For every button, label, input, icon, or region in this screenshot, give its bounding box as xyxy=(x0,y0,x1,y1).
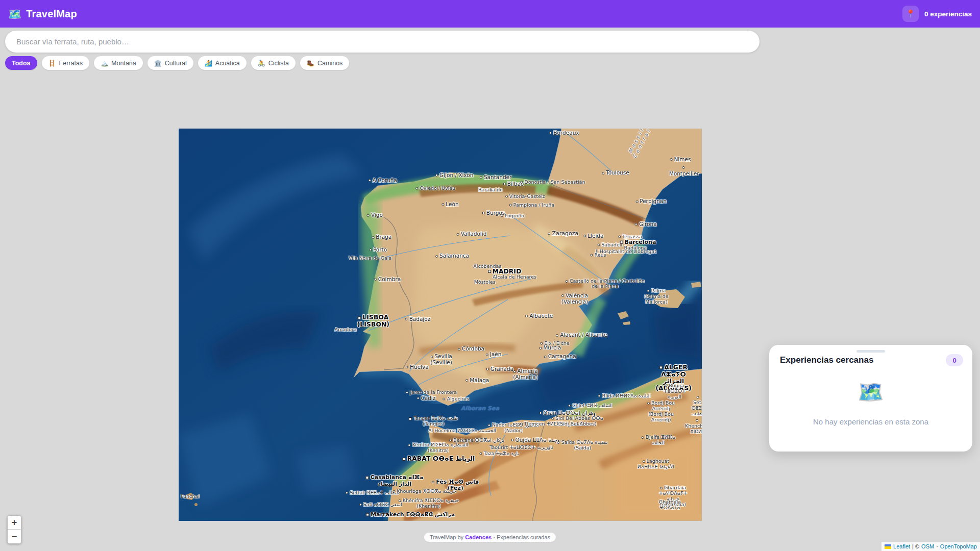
osm-link[interactable]: OSM xyxy=(921,543,934,549)
city-dot-marker xyxy=(549,132,552,134)
map-label-text: Alacant / Alicante xyxy=(560,332,607,338)
filter-chip-cultural[interactable]: 🏛️Cultural xyxy=(148,56,193,70)
panel-drag-handle[interactable] xyxy=(856,350,885,353)
map-label: Santander xyxy=(480,174,511,180)
map-label: Girona xyxy=(635,221,657,227)
map-labels-layer: BordeauxNîmesMontpellierToulouseMassif C… xyxy=(179,129,702,521)
map-container[interactable]: BordeauxNîmesMontpellierToulouseMassif C… xyxy=(0,28,980,551)
map-label-text: Kénitra ⵇⵏⵉⵟⵔⴰ القنيطرة (Kenitra) xyxy=(412,442,469,453)
cadences-link[interactable]: Cadences xyxy=(465,534,492,540)
mountain-icon: 🏔️ xyxy=(101,60,108,66)
leaflet-link[interactable]: Leaflet xyxy=(893,543,910,549)
map-label-text: Al Hoceima ⵍⵃⵙⵉⵎⴰ الحسيمة xyxy=(428,428,496,433)
map-label-text: Granada xyxy=(491,366,513,372)
map-label: Jaén xyxy=(486,351,502,357)
city-dot-marker xyxy=(505,195,508,198)
map-label-text: Valladolid xyxy=(461,231,487,237)
city-dot-marker xyxy=(682,166,684,169)
map-label-text: Almería (Almeria) xyxy=(513,368,538,380)
filter-chip-todos[interactable]: Todos xyxy=(5,56,37,70)
map-label: Montpellier xyxy=(669,164,699,176)
map-label-text: Perpignan xyxy=(640,198,667,204)
map-label: Burgos xyxy=(482,210,505,216)
map-label-text: Blida ⵍⴱⵍⵉⴷⴰ البليدة xyxy=(602,393,651,398)
map-label-text: A Coruña xyxy=(373,177,397,183)
travelmap-logo-icon: 🗺️ xyxy=(8,9,21,19)
map-label: Braga xyxy=(372,234,391,240)
map-label: Oviedo / Uviéu xyxy=(415,185,455,191)
city-dot-marker xyxy=(670,158,673,161)
brand: 🗺️ TravelMap xyxy=(8,8,77,20)
map-label: Porto xyxy=(369,246,387,253)
map-label: Jerez de la Frontera xyxy=(406,389,457,395)
attribution-prefix: TravelMap by xyxy=(430,534,465,540)
map-label-text: Alcalá de Henares xyxy=(493,274,536,280)
filter-chip-label: Todos xyxy=(12,60,31,67)
map-label: Djelfa ⴵⵍⴼⴰ الجلفة xyxy=(636,435,680,446)
map-label: LISBOA (LISBON) xyxy=(357,315,390,329)
map-label: Taza ⵜⴰⵣⴰ تازة xyxy=(480,450,519,456)
map-label: Vigo xyxy=(367,212,383,218)
map-label-text: Sétif ⵙⵟⵉⴼ سطيف xyxy=(692,399,702,416)
map-label: Elx / Elche xyxy=(540,341,569,346)
map-label-text: Barakaldo xyxy=(478,186,503,192)
map-label-text: Oran ⵡⴰⵀⵔⴰⵏ وهران xyxy=(543,410,596,416)
filter-chip-acuática[interactable]: 🏄Acuática xyxy=(198,56,247,70)
filter-chip-montaña[interactable]: 🏔️Montaña xyxy=(94,56,143,70)
city-dot-marker xyxy=(486,368,489,370)
city-dot-marker xyxy=(643,460,645,463)
city-dot-marker xyxy=(598,395,601,397)
panel-title: Experiencias cercanas xyxy=(780,355,873,365)
pin-button[interactable]: 📍 xyxy=(902,6,919,22)
map-label-text: Cartagena xyxy=(548,353,576,359)
city-dot-marker xyxy=(660,487,663,489)
map-label-text: ALGER ⴷⵣⴰⵢⵔ الجزائر (ALGIERS) xyxy=(655,364,691,392)
map-label-text: Gijón / Xixón xyxy=(439,172,473,178)
city-dot-marker xyxy=(635,201,638,203)
city-dot-marker xyxy=(557,441,560,444)
city-dot-marker xyxy=(406,391,408,393)
map-label: Reus xyxy=(591,252,606,258)
filter-chip-label: Cultural xyxy=(165,60,187,67)
map-label: Fès ⴼⴰⵙ فاس (Fez) xyxy=(432,479,479,492)
header-right: 📍 0 experiencias xyxy=(902,6,972,22)
filter-chip-ferratas[interactable]: 🪜Ferratas xyxy=(42,56,90,70)
map-label-text: RABAT ⵔⴱⴰⵟ الرباط xyxy=(407,455,475,462)
map-label: Bouira ⵜⵓⴱⵉⵔⵜ البويرة xyxy=(661,383,688,400)
opentopomap-link[interactable]: OpenTopoMap xyxy=(940,543,977,549)
map-label-text: Coimbra xyxy=(378,276,401,282)
attribution-dot: · xyxy=(936,543,938,549)
map-label-text: Amadora xyxy=(334,326,356,332)
city-dot-marker xyxy=(406,366,408,368)
map-label: Bordeaux xyxy=(549,130,579,136)
map-label-text: Badajoz xyxy=(409,316,431,322)
map-label: Lleida xyxy=(583,233,603,239)
city-dot-marker xyxy=(602,172,604,174)
leaflet-attribution: Leaflet | © OSM · OpenTopoMap xyxy=(881,542,980,551)
nearby-experiences-panel[interactable]: Experiencias cercanas 0 🗺️ No hay experi… xyxy=(769,345,972,452)
city-square-marker xyxy=(488,270,491,273)
map-label-text: Alcobendas xyxy=(473,263,501,268)
filter-chip-label: Ciclista xyxy=(268,60,289,67)
filter-chip-ciclista[interactable]: 🚴Ciclista xyxy=(251,56,296,70)
map-label: Kénitra ⵇⵏⵉⵟⵔⴰ القنيطرة (Kenitra) xyxy=(408,442,469,454)
map-label: Khenchela ⵅⵏⵛⵍⴰ xyxy=(685,418,702,435)
filter-chip-caminos[interactable]: 🥾Caminos xyxy=(300,56,349,70)
search-input[interactable] xyxy=(5,31,760,53)
map-label-text: Montpellier xyxy=(669,170,699,177)
map-label: Blida ⵍⴱⵍⵉⴷⴰ البليدة xyxy=(598,393,651,399)
map-label-text: Burgos xyxy=(486,210,505,216)
map-label-text: Zaragoza xyxy=(552,230,578,237)
city-dot-marker xyxy=(415,187,418,189)
city-square-marker xyxy=(620,241,623,244)
map-label-text: Sidi Bel Abbès ⵙⴱⴰ (Sidi Bel Abbes) xyxy=(555,415,603,427)
map-label: Gijón / Xixón xyxy=(435,172,473,178)
map-tiles[interactable]: BordeauxNîmesMontpellierToulouseMassif C… xyxy=(179,129,702,521)
zoom-in-button[interactable]: + xyxy=(8,516,21,530)
map-label-text: Marrakech ⵎⵕⵕⴰⴽⵛ مراكش xyxy=(371,511,455,517)
map-label: A Coruña xyxy=(369,177,397,183)
map-label: Barakaldo xyxy=(478,187,503,192)
zoom-out-button[interactable]: − xyxy=(8,530,21,543)
map-label: Málaga xyxy=(465,377,489,383)
map-label-text: Girona xyxy=(639,221,657,227)
